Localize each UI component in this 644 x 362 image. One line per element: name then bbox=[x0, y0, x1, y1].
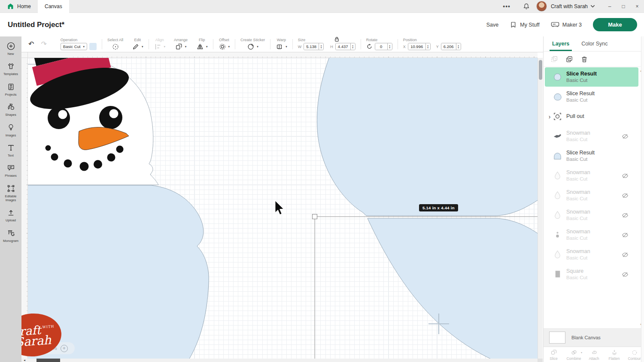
layer-thumbnail-icon bbox=[553, 92, 562, 102]
save-button[interactable]: Save bbox=[486, 22, 499, 28]
rotate-icon[interactable] bbox=[366, 43, 373, 50]
scroll-left-arrow-icon[interactable]: ◄ bbox=[23, 359, 26, 362]
layer-row[interactable]: › Snowman Basic Cut bbox=[545, 186, 638, 205]
layer-row[interactable]: › Snowman Basic Cut bbox=[545, 166, 638, 185]
layer-action-button[interactable]: Combine ▾ bbox=[564, 347, 584, 362]
layer-action-button[interactable]: Flatten ▾ bbox=[604, 347, 624, 362]
position-y-stepper[interactable]: ▴▾ bbox=[456, 43, 461, 50]
width-stepper[interactable]: ▴▾ bbox=[319, 43, 323, 50]
horizontal-scrollbar[interactable]: ◄ bbox=[21, 359, 538, 362]
position-x-input[interactable] bbox=[408, 43, 425, 50]
more-options-icon[interactable]: ••• bbox=[497, 3, 516, 10]
height-input[interactable] bbox=[336, 43, 350, 50]
create-sticker-icon[interactable] bbox=[247, 43, 255, 51]
layer-row[interactable]: › Square Basic Cut bbox=[545, 265, 638, 284]
sidebar-item[interactable]: Phrases bbox=[0, 160, 21, 180]
account-avatar[interactable] bbox=[536, 1, 547, 12]
sidebar-item[interactable]: New bbox=[0, 39, 21, 58]
rotate-input[interactable] bbox=[375, 43, 387, 50]
window-minimize-button[interactable]: – bbox=[603, 0, 617, 13]
layer-row[interactable]: › Snowman Basic Cut bbox=[545, 127, 638, 146]
select-all-icon[interactable] bbox=[112, 43, 119, 51]
visibility-hidden-icon[interactable] bbox=[621, 93, 629, 101]
lock-aspect-ratio-icon[interactable] bbox=[334, 36, 340, 42]
dimensions-tooltip: 5.14 in x 4.44 in bbox=[419, 204, 458, 211]
rotate-label: Rotate bbox=[366, 38, 378, 42]
visibility-hidden-icon[interactable] bbox=[621, 73, 629, 81]
sidebar-item[interactable]: Upload bbox=[0, 205, 21, 225]
delete-layer-icon[interactable] bbox=[580, 55, 588, 63]
slice-result-top-shape[interactable] bbox=[317, 58, 538, 216]
vertical-scrollbar-thumb[interactable] bbox=[539, 60, 542, 80]
window-close-button[interactable]: × bbox=[630, 0, 644, 13]
sidebar-item[interactable]: Monogram bbox=[0, 226, 21, 245]
window-maximize-button[interactable]: □ bbox=[617, 0, 630, 13]
blank-canvas-row[interactable]: Blank Canvas bbox=[544, 328, 644, 347]
redo-button[interactable]: ↷ bbox=[41, 41, 46, 48]
sidebar-item[interactable]: Templates bbox=[0, 59, 21, 78]
offset-icon[interactable] bbox=[219, 43, 226, 51]
layer-row[interactable]: › Snowman Basic Cut bbox=[545, 205, 638, 225]
vertical-scrollbar[interactable] bbox=[538, 58, 543, 362]
layer-row[interactable]: › Slice Result Basic Cut bbox=[545, 146, 638, 166]
sidebar-item[interactable]: Images bbox=[0, 120, 21, 140]
position-y-input[interactable] bbox=[441, 43, 456, 50]
visibility-hidden-icon[interactable] bbox=[621, 251, 629, 259]
expand-chevron-icon[interactable]: › bbox=[547, 113, 553, 120]
sidebar-item[interactable]: Editable Images bbox=[0, 181, 21, 205]
undo-button[interactable]: ↶ bbox=[28, 41, 34, 48]
make-button[interactable]: Make bbox=[593, 18, 637, 31]
flip-icon[interactable] bbox=[196, 43, 204, 51]
layer-row[interactable]: › Slice Result Basic Cut bbox=[545, 87, 638, 106]
visibility-hidden-icon[interactable] bbox=[621, 231, 629, 239]
layer-row[interactable]: › Snowman Basic Cut bbox=[545, 225, 638, 244]
account-name[interactable]: Craft with Sarah bbox=[551, 3, 588, 9]
group-layers-icon[interactable] bbox=[550, 55, 558, 63]
slice-result-bottom-shape[interactable] bbox=[368, 218, 538, 359]
warp-icon[interactable] bbox=[276, 43, 283, 51]
visibility-hidden-icon[interactable] bbox=[621, 271, 629, 278]
visibility-hidden-icon[interactable] bbox=[621, 152, 629, 160]
layer-row[interactable]: › Slice Result Basic Cut bbox=[545, 67, 638, 87]
operation-select[interactable]: Basic Cut▾ bbox=[61, 43, 87, 50]
project-title[interactable]: Untitled Project* bbox=[8, 21, 64, 29]
duplicate-layer-icon[interactable] bbox=[565, 55, 573, 63]
visibility-hidden-icon[interactable] bbox=[621, 133, 629, 140]
account-chevron-down-icon[interactable] bbox=[590, 5, 595, 8]
machine-select[interactable]: Maker 3 bbox=[551, 21, 582, 28]
layer-operation: Basic Cut bbox=[566, 77, 597, 83]
rotate-stepper[interactable]: ▴▾ bbox=[387, 43, 392, 50]
zoom-in-icon[interactable]: + bbox=[61, 345, 68, 352]
horizontal-scrollbar-thumb[interactable] bbox=[36, 359, 60, 362]
visibility-hidden-icon[interactable] bbox=[621, 211, 629, 219]
operation-color-swatch[interactable] bbox=[89, 43, 97, 50]
layer-operation: Basic Cut bbox=[566, 275, 587, 281]
visibility-hidden-icon[interactable] bbox=[621, 192, 629, 199]
panel-tab[interactable]: Layers bbox=[546, 36, 575, 51]
panel-tab[interactable]: Color Sync bbox=[575, 36, 614, 51]
height-stepper[interactable]: ▴▾ bbox=[350, 43, 355, 50]
layer-row[interactable]: › Pull out bbox=[545, 107, 638, 126]
position-x-stepper[interactable]: ▴▾ bbox=[425, 43, 430, 50]
sidebar-item[interactable]: Text bbox=[0, 140, 21, 160]
visibility-hidden-icon[interactable] bbox=[621, 113, 629, 121]
edit-pencil-icon[interactable] bbox=[132, 43, 140, 51]
notifications-bell-icon[interactable] bbox=[522, 3, 530, 10]
width-input[interactable] bbox=[304, 43, 319, 50]
layer-action-button[interactable]: Slice ▾ bbox=[544, 347, 564, 362]
my-stuff-button[interactable]: My Stuff bbox=[510, 21, 540, 28]
sidebar-item-label: Monogram bbox=[3, 239, 18, 243]
layer-action-button[interactable]: Attach ▾ bbox=[584, 347, 604, 362]
layer-row[interactable]: › Snowman Basic Cut bbox=[545, 245, 638, 264]
arrange-icon[interactable] bbox=[175, 43, 183, 51]
sidebar-item[interactable]: Projects bbox=[0, 79, 21, 99]
tab-canvas[interactable]: Canvas bbox=[38, 0, 69, 13]
sidebar-item[interactable]: Shapes bbox=[0, 100, 21, 119]
layer-operation: Basic Cut bbox=[566, 196, 590, 202]
tab-home[interactable]: Home bbox=[0, 0, 38, 13]
selection-corner-handle[interactable] bbox=[313, 214, 317, 219]
visibility-hidden-icon[interactable] bbox=[621, 172, 629, 180]
layer-actions-bar: Slice ▾ Combine ▾ Attach ▾ Flatten ▾ Con… bbox=[544, 347, 644, 362]
align-icon[interactable] bbox=[154, 43, 162, 51]
design-canvas[interactable]: 5.14 in x 4.44 in bbox=[28, 58, 538, 359]
